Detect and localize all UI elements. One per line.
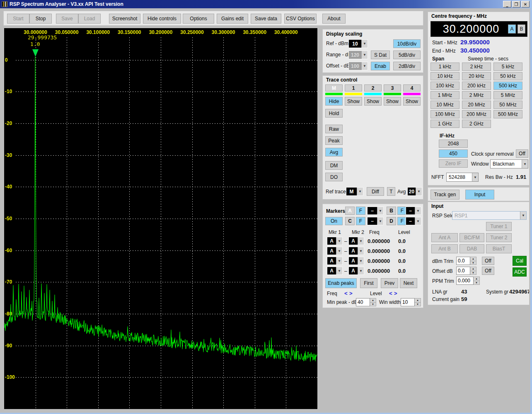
level-next-icon[interactable]: >	[394, 290, 397, 296]
restore-icon[interactable]: ❐	[512, 1, 520, 7]
freq-b-button[interactable]: B	[517, 24, 525, 34]
trace-4-show-button[interactable]: Show	[403, 97, 421, 106]
biast-button[interactable]: BiasT	[486, 244, 512, 253]
dbm-trim-off-button[interactable]: Off	[482, 257, 494, 265]
offset-off-button[interactable]: Off	[482, 267, 494, 275]
chevron-down-icon[interactable]: ▼	[472, 173, 478, 181]
if-450-button[interactable]: 450	[439, 149, 468, 158]
ant-a-button[interactable]: Ant A	[431, 233, 458, 242]
span-button-20mhz[interactable]: 20 MHz	[462, 101, 491, 109]
span-button-1khz[interactable]: 1 kHz	[430, 63, 459, 71]
offset-db-spinner[interactable]: ▲▼	[456, 267, 476, 275]
2db-div-button[interactable]: 2dB/div	[393, 62, 421, 70]
span-button-20khz[interactable]: 20 kHz	[462, 72, 491, 80]
min-peak-spinner[interactable]: ▲▼	[356, 298, 376, 306]
level-prev-icon[interactable]: <	[389, 290, 392, 296]
marker-d-select[interactable]: – ▼	[406, 217, 421, 225]
span-button-10mhz[interactable]: 10 MHz	[430, 101, 459, 109]
trace-1-button[interactable]: 1	[345, 84, 362, 91]
prev-button[interactable]: Prev	[381, 278, 398, 288]
if-2048-button[interactable]: 2048	[439, 140, 468, 148]
avg-count-combo[interactable]: 20 ▼	[407, 187, 422, 196]
span-button-500khz[interactable]: 500 kHz	[493, 82, 522, 90]
s-dat-button[interactable]: S Dat	[371, 51, 390, 59]
chevron-down-icon[interactable]: ▼	[357, 188, 363, 195]
span-button-2ghz[interactable]: 2 GHz	[462, 120, 491, 128]
spinner-arrows-icon[interactable]: ▲▼	[470, 257, 476, 265]
trace-m-hide-button[interactable]: Hide	[325, 97, 343, 106]
markers-on-button[interactable]: On	[325, 217, 343, 225]
trace-3-show-button[interactable]: Show	[384, 97, 401, 106]
win-width-input[interactable]	[401, 298, 415, 306]
first-button[interactable]: First	[360, 278, 377, 288]
chevron-down-icon[interactable]: ▼	[358, 267, 364, 274]
dbm-trim-input[interactable]	[456, 257, 470, 265]
gains-edit-button[interactable]: Gains edit	[217, 14, 248, 24]
win-width-spinner[interactable]: ▲▼	[401, 298, 421, 306]
csv-options-button[interactable]: CSV Options	[284, 14, 317, 24]
freq-prev-icon[interactable]: <	[344, 290, 348, 296]
spinner-arrows-icon[interactable]: ▲▼	[474, 277, 480, 285]
mkr-row3-m1-select[interactable]: A▼	[327, 257, 343, 265]
span-button-50khz[interactable]: 50 kHz	[493, 72, 522, 80]
span-button-100mhz[interactable]: 100 MHz	[430, 110, 459, 118]
hold-button[interactable]: Hold	[325, 109, 343, 118]
tuner1-button[interactable]: Tuner 1	[486, 222, 512, 231]
chevron-down-icon[interactable]: ▼	[520, 212, 526, 219]
chevron-down-icon[interactable]: ▼	[415, 217, 421, 225]
marker-d-button[interactable]: D	[387, 217, 396, 225]
chevron-down-icon[interactable]: ▼	[415, 207, 421, 214]
chevron-down-icon[interactable]: ▼	[416, 188, 422, 195]
adc-button[interactable]: ADC	[513, 267, 527, 277]
chevron-down-icon[interactable]: ▼	[336, 257, 342, 265]
trace-2-button[interactable]: 2	[364, 84, 382, 91]
zero-if-button[interactable]: Zero IF	[439, 159, 468, 168]
options-button[interactable]: Options	[183, 14, 214, 24]
save-button[interactable]: Save	[56, 14, 78, 24]
cal-button[interactable]: Cal	[513, 256, 527, 266]
span-button-5mhz[interactable]: 5 MHz	[493, 91, 522, 99]
marker-c-f-button[interactable]: F	[356, 217, 365, 225]
close-icon[interactable]: ✕	[521, 1, 530, 7]
chevron-down-icon[interactable]: ▼	[522, 160, 528, 168]
save-data-button[interactable]: Save data	[251, 14, 281, 24]
trace-2-show-button[interactable]: Show	[364, 97, 382, 106]
chevron-down-icon[interactable]: ▼	[377, 217, 383, 225]
freq-next-icon[interactable]: >	[349, 290, 353, 296]
window-combo[interactable]: Blackman ▼	[490, 159, 528, 168]
span-button-2khz[interactable]: 2 kHz	[462, 63, 491, 71]
chevron-down-icon[interactable]: ▼	[336, 267, 342, 274]
10db-div-button[interactable]: 10dB/div	[393, 39, 421, 48]
range-db-combo[interactable]: 120 ▼	[348, 51, 368, 59]
ppm-trim-spinner[interactable]: ▲▼	[456, 277, 480, 285]
chevron-down-icon[interactable]: ▼	[377, 207, 383, 214]
freq-a-button[interactable]: A	[508, 24, 516, 34]
marker-c-select[interactable]: – ▼	[367, 217, 384, 225]
chevron-down-icon[interactable]: ▼	[361, 40, 368, 48]
bcfm-button[interactable]: BC/FM	[459, 233, 484, 242]
minimize-icon[interactable]: _	[503, 1, 511, 7]
span-button-200mhz[interactable]: 200 MHz	[462, 110, 491, 118]
mkr-row4-m1-select[interactable]: A▼	[327, 267, 343, 275]
clock-spur-off-button[interactable]: Off	[516, 149, 528, 158]
span-button-5khz[interactable]: 5 kHz	[493, 63, 522, 71]
trace-m-button[interactable]: M	[325, 84, 343, 91]
title-bar[interactable]: RSP Spectrum Analyser - V3.xx API Test v…	[0, 0, 532, 8]
trace-3-button[interactable]: 3	[384, 84, 401, 91]
do-button[interactable]: DO	[325, 173, 343, 181]
enab-peaks-button[interactable]: Enab peaks	[325, 278, 357, 288]
span-button-500mhz[interactable]: 500 MHz	[493, 110, 522, 118]
marker-b-button[interactable]: B	[387, 207, 396, 215]
dm-button[interactable]: DM	[325, 161, 343, 170]
span-button-100khz[interactable]: 100 kHz	[430, 82, 459, 90]
marker-a-button[interactable]: A	[345, 207, 355, 215]
dbm-trim-spinner[interactable]: ▲▼	[456, 257, 476, 265]
mkr-row1-m1-select[interactable]: A▼	[327, 237, 343, 245]
chevron-down-icon[interactable]: ▼	[361, 51, 368, 59]
5db-div-button[interactable]: 5dB/div	[393, 51, 421, 59]
tuner2-button[interactable]: Tuner 2	[486, 233, 512, 242]
chevron-down-icon[interactable]: ▼	[361, 62, 368, 70]
chevron-down-icon[interactable]: ▼	[336, 237, 342, 245]
span-button-50mhz[interactable]: 50 MHz	[493, 101, 522, 109]
spectrum-canvas[interactable]	[4, 28, 317, 409]
